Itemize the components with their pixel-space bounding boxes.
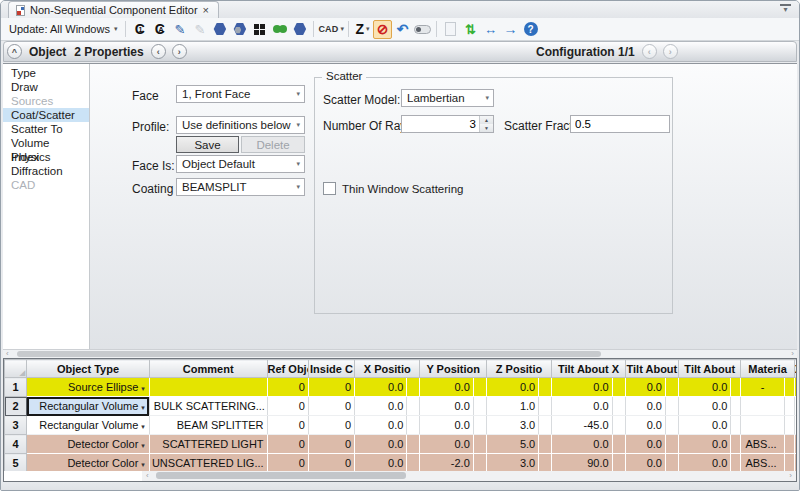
solve-cell[interactable] (665, 397, 678, 416)
blank-page-button[interactable] (441, 20, 460, 39)
row-number[interactable]: 2 (5, 397, 27, 416)
tilt-x-cell[interactable]: 0.0 (552, 378, 612, 397)
x1-cell[interactable] (794, 416, 797, 435)
ref-object-cell[interactable]: 0 (267, 397, 308, 416)
scatter-model-dropdown[interactable]: Lambertian ▾ (401, 89, 494, 107)
comment-cell[interactable]: SCATTERED LIGHT (149, 435, 267, 454)
solve-cell[interactable] (665, 435, 678, 454)
material-cell[interactable]: ABS... (741, 435, 784, 454)
object-type-cell[interactable]: Rectangular Volume▾ (27, 416, 150, 435)
object-type-cell[interactable]: Detector Color▾ (27, 454, 150, 473)
tilt-x-cell[interactable]: 90.0 (552, 454, 612, 473)
material-cell[interactable] (741, 397, 784, 416)
y-position-cell[interactable]: 0.0 (420, 378, 473, 397)
solid-view-button[interactable] (210, 20, 229, 39)
z-position-cell[interactable]: 3.0 (486, 416, 538, 435)
solve-cell[interactable] (473, 416, 486, 435)
solve-cell[interactable] (731, 435, 741, 454)
x-position-cell[interactable]: 0.0 (355, 454, 407, 473)
object-view-button[interactable] (290, 20, 309, 39)
x-position-cell[interactable]: 0.0 (355, 416, 407, 435)
row-number[interactable]: 1 (5, 378, 27, 397)
object-type-cell[interactable]: Detector Color▾ (27, 435, 150, 454)
solve-cell[interactable] (612, 435, 625, 454)
number-of-rays-input[interactable] (402, 118, 479, 130)
zemax-dropdown-button[interactable]: Z ▾ (353, 20, 372, 39)
inside-of-cell[interactable]: 0 (308, 378, 354, 397)
help-button[interactable]: ? (521, 20, 540, 39)
tilt-z-cell[interactable]: 0.0 (679, 397, 731, 416)
ref-object-cell[interactable]: 0 (267, 378, 308, 397)
x1-cell[interactable] (794, 397, 797, 416)
exchange-button[interactable]: ↔ (481, 20, 500, 39)
spin-up-icon[interactable]: ▲ (480, 116, 493, 124)
solve-cell[interactable] (612, 454, 625, 473)
solve-cell[interactable] (731, 378, 741, 397)
material-cell[interactable] (741, 416, 784, 435)
update-all-button[interactable]: CA (150, 20, 169, 39)
solve-cell[interactable] (731, 397, 741, 416)
solve-cell[interactable] (539, 435, 552, 454)
solve-cell[interactable] (407, 416, 420, 435)
tilt-x-cell[interactable]: 0.0 (552, 397, 612, 416)
solve-cell[interactable] (784, 435, 794, 454)
x1-cell[interactable] (794, 435, 797, 454)
solve-cell[interactable] (731, 416, 741, 435)
auto-hide-icon[interactable]: ▾ (780, 4, 791, 13)
edit-object-button[interactable]: ✎ (170, 20, 189, 39)
save-button[interactable]: Save (176, 136, 239, 153)
z-position-cell[interactable]: 5.0 (486, 435, 538, 454)
coating-dropdown[interactable]: BEAMSPLIT ▾ (176, 178, 305, 196)
face-dropdown[interactable]: 1, Front Face ▾ (176, 85, 305, 103)
scroll-left-icon[interactable]: ‹ (146, 471, 149, 480)
ray-trace-button[interactable] (270, 20, 289, 39)
tilt-y-cell[interactable]: 0.0 (625, 378, 665, 397)
scatter-fraction-input[interactable] (570, 115, 670, 133)
comment-cell[interactable] (149, 378, 267, 397)
cad-dropdown-button[interactable]: CAD ▾ (318, 20, 344, 39)
tilt-z-cell[interactable]: 0.0 (679, 454, 731, 473)
object-type-cell-selected[interactable]: Rectangular Volume▾ (27, 397, 150, 416)
tilt-y-cell[interactable]: 0.0 (625, 416, 665, 435)
prev-object-button[interactable]: ‹ (151, 44, 166, 59)
update-button[interactable]: C1 (130, 20, 149, 39)
scrollbar-thumb[interactable] (17, 351, 601, 357)
sidebar-item-type[interactable]: Type (3, 66, 89, 80)
spin-down-icon[interactable]: ▼ (480, 124, 493, 132)
row-number[interactable]: 4 (5, 435, 27, 454)
solve-cell[interactable] (539, 397, 552, 416)
tilt-y-cell[interactable]: 0.0 (625, 435, 665, 454)
solve-cell[interactable] (539, 378, 552, 397)
solve-cell[interactable] (612, 416, 625, 435)
swap-objects-button[interactable]: ⇅ (461, 20, 480, 39)
corner-header[interactable]: ◢ (5, 360, 27, 378)
tilt-z-cell[interactable]: 0.0 (679, 416, 731, 435)
comment-cell[interactable]: BULK SCATTERING... (149, 397, 267, 416)
tilt-z-cell[interactable]: 0.0 (679, 435, 731, 454)
partial-view-button[interactable] (230, 20, 249, 39)
row-number[interactable]: 3 (5, 416, 27, 435)
solve-cell[interactable] (407, 435, 420, 454)
toggle-button[interactable] (413, 20, 432, 39)
inside-of-cell[interactable]: 0 (308, 435, 354, 454)
object-type-cell[interactable]: Source Ellipse▾ (27, 378, 150, 397)
x1-cell[interactable] (794, 454, 797, 473)
solve-cell[interactable] (473, 454, 486, 473)
inside-of-cell[interactable]: 0 (308, 454, 354, 473)
tilt-y-cell[interactable]: 0.0 (625, 454, 665, 473)
solve-cell[interactable] (784, 397, 794, 416)
reverse-rays-button[interactable]: ↶ (393, 20, 412, 39)
inside-of-cell[interactable]: 0 (308, 416, 354, 435)
solve-cell[interactable] (407, 397, 420, 416)
solve-cell[interactable] (784, 416, 794, 435)
profile-dropdown[interactable]: Use definitions below ▾ (176, 116, 305, 134)
solve-cell[interactable] (612, 397, 625, 416)
prev-config-button[interactable]: ‹ (642, 44, 657, 59)
solve-cell[interactable] (539, 454, 552, 473)
material-cell[interactable]: - (741, 378, 784, 397)
sidebar-item-diffraction[interactable]: Diffraction (3, 164, 89, 178)
detector-grid-button[interactable] (250, 20, 269, 39)
z-position-cell[interactable]: 3.0 (486, 454, 538, 473)
y-position-cell[interactable]: 0.0 (420, 416, 473, 435)
comment-cell[interactable]: BEAM SPLITTER (149, 416, 267, 435)
